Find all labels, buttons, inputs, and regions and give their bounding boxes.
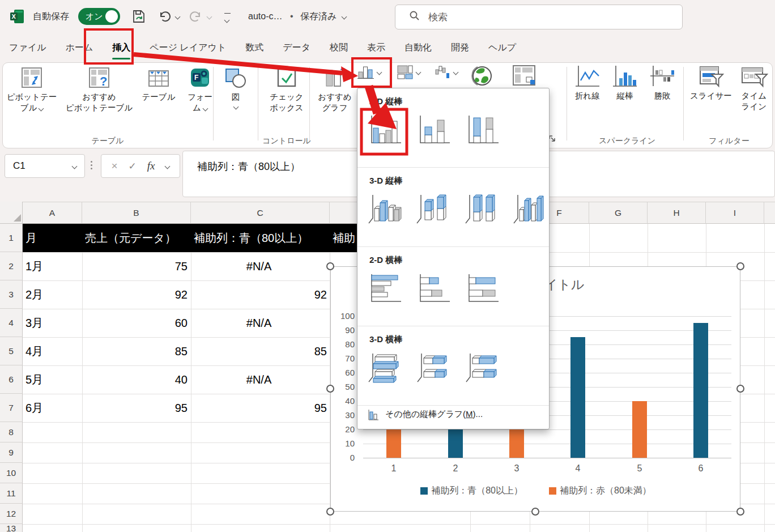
legend-label: 補助列：青（80以上） [431,485,523,497]
chart-selection-handle[interactable] [736,385,744,393]
bar-category-6[interactable] [693,323,708,458]
dropdown-section: 3-D 縦棒 [357,168,549,247]
cell-C4[interactable]: #N/A [191,309,327,337]
mini-column-chart-icon [367,408,380,421]
chart-selection-handle[interactable] [736,508,744,516]
cell-B1[interactable]: 売上（元データ） [85,224,190,252]
chart-type-col3-depth[interactable] [511,191,550,227]
dropdown-section-title: 2-D 横棒 [357,247,549,266]
y-tick-label: 70 [332,354,355,363]
chart-type-bar3-clustered[interactable] [365,350,404,386]
cell-C3[interactable]: 92 [191,280,327,309]
chart-selection-handle[interactable] [326,262,334,270]
chart-type-bar-100[interactable] [463,270,501,307]
gridline [764,224,765,532]
x-axis-line [363,458,731,458]
chart-type-col-100[interactable] [463,112,501,148]
cell-B6[interactable]: 40 [82,365,188,394]
gridline [23,524,775,525]
row-header-10[interactable]: 10 [0,463,23,483]
cell-A6[interactable]: 5月 [25,365,80,394]
legend-swatch [549,487,556,495]
row-header-6[interactable]: 6 [0,365,23,394]
column-header-G[interactable]: G [589,202,648,224]
cell-B5[interactable]: 85 [82,337,188,365]
column-header-C[interactable]: C [191,202,330,224]
bar-category-4[interactable] [570,337,585,458]
x-tick-label: 4 [567,463,589,474]
dropdown-section: 2-D 縦棒 [357,88,549,168]
cell-B2[interactable]: 75 [82,252,188,280]
cell-C2[interactable]: #N/A [191,252,327,280]
row-header-8[interactable]: 8 [0,422,23,442]
column-header-partial[interactable] [764,202,775,224]
cell-A2[interactable]: 1月 [25,252,80,280]
chart-type-bar-stacked[interactable] [414,270,453,307]
cell-A7[interactable]: 6月 [25,394,80,422]
chart-type-col3-stacked[interactable] [414,191,453,227]
row-header-2[interactable]: 2 [0,252,23,280]
cell-C6[interactable]: #N/A [191,365,327,394]
chart-selection-handle[interactable] [736,262,744,270]
row-header-12[interactable]: 12 [0,504,23,524]
chart-type-col3-clustered[interactable] [365,191,404,227]
cell-C5[interactable]: 85 [191,337,327,365]
row-header-4[interactable]: 4 [0,309,23,337]
excel-window: X 自動保存 オン auto-c… • 保存済み 検索 ファイルホー [0,0,775,532]
chart-type-col-stacked[interactable] [414,112,453,148]
column-header-H[interactable]: H [648,202,706,224]
row-header-11[interactable]: 11 [0,483,23,504]
chart-type-bar3-stacked[interactable] [414,350,453,386]
column-header-I[interactable]: I [706,202,764,224]
chart-selection-handle[interactable] [326,508,334,516]
dropdown-section-title: 2-D 縦棒 [357,88,549,107]
column-header-A[interactable]: A [23,202,82,224]
y-tick-label: 50 [332,382,355,391]
select-all-triangle [14,214,21,222]
dropdown-section-title: 3-D 横棒 [357,326,549,345]
chart-selection-handle[interactable] [326,385,334,393]
cell-A3[interactable]: 2月 [25,280,80,309]
chart-legend[interactable]: 補助列：青（80以上）補助列：赤（80未満） [331,485,741,497]
dropdown-section: 2-D 横棒 [357,247,549,326]
chart-type-bar3-100[interactable] [463,350,501,386]
legend-entry[interactable]: 補助列：青（80以上） [420,485,523,497]
y-tick-label: 20 [332,424,355,434]
more-column-charts-item[interactable]: その他の縦棒グラフ(M)... [357,400,549,429]
y-tick-label: 60 [332,368,355,377]
y-tick-label: 80 [332,339,355,349]
row-header-5[interactable]: 5 [0,337,23,365]
cell-C1[interactable]: 補助列：青（80以上） [194,224,329,252]
y-tick-label: 90 [332,325,355,335]
row-header-7[interactable]: 7 [0,394,23,422]
chart-type-dropdown: 2-D 縦棒3-D 縦棒2-D 横棒3-D 横棒その他の縦棒グラフ(M)... [357,88,550,429]
chart-type-col3-100[interactable] [462,191,501,227]
more-column-charts-label: その他の縦棒グラフ(M)... [385,409,483,420]
x-tick-label: 5 [628,463,651,474]
chart-type-col-clustered[interactable] [365,112,404,148]
row-header-13[interactable]: 13 [0,524,23,532]
x-tick-label: 2 [444,463,467,474]
legend-swatch [420,487,428,495]
y-tick-label: 40 [332,396,355,406]
cell-C7[interactable]: 95 [191,394,327,422]
cell-A5[interactable]: 4月 [25,337,80,365]
cell-B7[interactable]: 95 [82,394,188,422]
row-header-9[interactable]: 9 [0,442,23,463]
bar-category-5[interactable] [632,401,647,458]
chart-selection-handle[interactable] [531,508,539,516]
gridline [363,444,731,444]
row-header-3[interactable]: 3 [0,280,23,309]
row-header-1[interactable]: 1 [0,224,23,252]
y-tick-label: 0 [332,453,355,462]
cell-A4[interactable]: 3月 [25,309,80,337]
y-tick-label: 100 [332,311,355,321]
x-tick-label: 6 [689,463,712,474]
cell-B3[interactable]: 92 [82,280,188,309]
chart-type-bar-clustered[interactable] [365,270,404,307]
cell-B4[interactable]: 60 [82,309,188,337]
column-header-B[interactable]: B [82,202,191,224]
legend-entry[interactable]: 補助列：赤（80未満） [549,485,651,497]
x-tick-label: 3 [505,463,528,474]
cell-A1[interactable]: 月 [25,224,80,252]
